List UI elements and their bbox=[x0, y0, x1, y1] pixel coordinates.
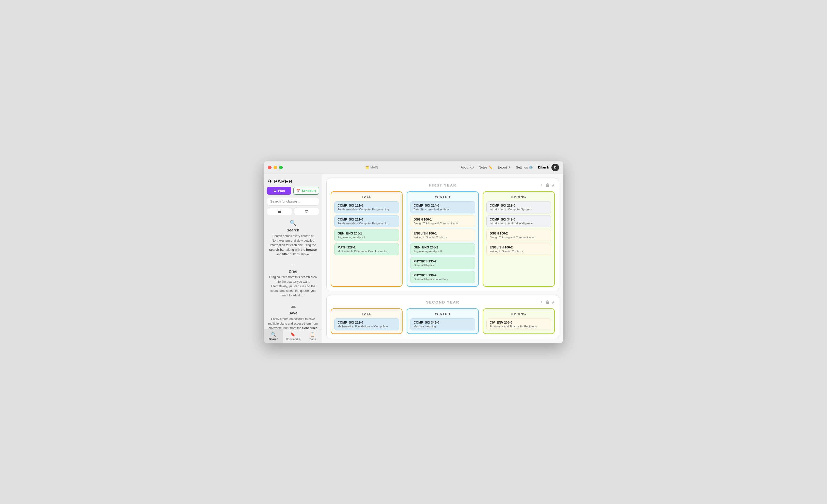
main-nav-label: 🗂️ MAIN bbox=[365, 166, 378, 169]
minimize-button[interactable] bbox=[274, 166, 277, 169]
course-cs111[interactable]: COMP_SCI 111-0 Fundamentals of Computer … bbox=[334, 201, 399, 213]
search-input[interactable] bbox=[267, 197, 319, 206]
course-phys135[interactable]: PHYSICS 135-2 General Physics bbox=[410, 257, 475, 269]
course-cs111-desc: Fundamentals of Computer Programming bbox=[338, 208, 396, 211]
browse-button[interactable]: ☰ bbox=[267, 208, 292, 215]
add-year-icon[interactable]: ＋ bbox=[539, 182, 543, 188]
course-dsgn106-1[interactable]: DSGN 106-1 Design Thinking and Communica… bbox=[410, 215, 475, 227]
second-year-title: SECOND YEAR bbox=[346, 300, 539, 304]
save-info: ☁ Save Easily create an account to save … bbox=[268, 303, 318, 329]
titlebar-right: About ⓘ Notes ✏️ Export ↗ Settings ⚙️ Di… bbox=[461, 164, 559, 171]
course-eng106-1-desc: Writing in Special Contexts bbox=[414, 236, 472, 239]
search-area bbox=[264, 197, 322, 208]
course-phys135-desc: General Physics bbox=[414, 264, 472, 267]
course-math228-desc: Multivariable Differential Calculus for … bbox=[338, 250, 396, 253]
about-button[interactable]: About ⓘ bbox=[461, 165, 474, 170]
plan-tab[interactable]: 🗂 Plan bbox=[267, 187, 291, 194]
main-label-text: MAIN bbox=[370, 166, 378, 169]
main-content: FIRST YEAR ＋ 🗑 ∧ FALL COMP_SCI 111-0 Fun… bbox=[322, 174, 563, 343]
course-cs213-desc: Introduction to Computer Systems bbox=[490, 208, 548, 211]
settings-button[interactable]: Settings ⚙️ bbox=[516, 165, 533, 169]
fall-1-title: FALL bbox=[334, 195, 399, 199]
course-cs211[interactable]: COMP_SCI 211-0 Fundamentals of Computer … bbox=[334, 215, 399, 227]
notes-button[interactable]: Notes ✏️ bbox=[479, 165, 492, 169]
course-phys135-name: PHYSICS 135-2 bbox=[414, 260, 472, 263]
add-second-year-icon[interactable]: ＋ bbox=[539, 299, 543, 305]
maximize-button[interactable] bbox=[279, 166, 283, 169]
course-cs214[interactable]: COMP_SCI 214-0 Data Structures & Algorit… bbox=[410, 201, 475, 213]
second-year-section: SECOND YEAR ＋ 🗑 ∧ FALL COMP_SCI 212-0 Ma… bbox=[326, 295, 559, 338]
titlebar: 🗂️ MAIN About ⓘ Notes ✏️ Export ↗ Settin… bbox=[264, 161, 563, 174]
drag-info-desc: Drag courses from this search area into … bbox=[268, 275, 318, 298]
course-phys136[interactable]: PHYSICS 136-2 General Physics Laboratory bbox=[410, 271, 475, 283]
schedule-tab[interactable]: 📅 Schedule bbox=[293, 187, 319, 194]
course-eng106-1-name: ENGLISH 106-1 bbox=[414, 232, 472, 235]
export-button[interactable]: Export ↗ bbox=[497, 165, 511, 169]
info-icon: ⓘ bbox=[471, 165, 474, 170]
export-label: Export bbox=[497, 165, 507, 169]
delete-second-year-icon[interactable]: 🗑 bbox=[546, 300, 550, 304]
course-eng106-2[interactable]: ENGLISH 106-2 Writing in Special Context… bbox=[486, 243, 551, 255]
course-dsgn106-1-desc: Design Thinking and Communication bbox=[414, 222, 472, 225]
titlebar-center: 🗂️ MAIN bbox=[286, 166, 458, 169]
course-phys136-name: PHYSICS 136-2 bbox=[414, 274, 472, 277]
course-gen205[interactable]: GEN_ENG 205-1 Engineering Analysis I bbox=[334, 229, 399, 241]
course-dsgn106-2-name: DSGN 106-2 bbox=[490, 232, 548, 235]
search-info-title: Search bbox=[268, 228, 318, 232]
spring-2-title: SPRING bbox=[486, 312, 551, 316]
sidebar-content: 🔍 Search Search across every course at N… bbox=[264, 217, 322, 329]
cloud-icon: ☁ bbox=[268, 303, 318, 310]
delete-year-icon[interactable]: 🗑 bbox=[546, 183, 550, 187]
bookmark-icon: 🔖 bbox=[290, 332, 295, 337]
about-label: About bbox=[461, 165, 469, 169]
course-cs211-name: COMP_SCI 211-0 bbox=[338, 218, 396, 221]
plans-label: Plans bbox=[309, 338, 316, 341]
second-year-quarters: FALL COMP_SCI 212-0 Mathematical Foundat… bbox=[331, 309, 555, 334]
course-gen205-name: GEN_ENG 205-1 bbox=[338, 232, 396, 235]
course-cs212-name: COMP_SCI 212-0 bbox=[338, 321, 396, 324]
course-cs211-desc: Fundamentals of Computer Programmin... bbox=[338, 222, 396, 225]
drag-info-title: Drag bbox=[268, 269, 318, 273]
bottom-nav-plans[interactable]: 📋 Plans bbox=[303, 329, 322, 343]
drag-icon: → bbox=[268, 262, 318, 268]
course-civenv205[interactable]: CIV_ENV 205-0 Economics and Finance for … bbox=[486, 318, 551, 330]
app-window: 🗂️ MAIN About ⓘ Notes ✏️ Export ↗ Settin… bbox=[264, 161, 563, 343]
close-button[interactable] bbox=[268, 166, 272, 169]
course-cs348[interactable]: COMP_SCI 348-0 Introduction to Artificia… bbox=[486, 215, 551, 227]
course-math228-name: MATH 228-1 bbox=[338, 246, 396, 249]
quarter-fall-1: FALL COMP_SCI 111-0 Fundamentals of Comp… bbox=[331, 191, 402, 287]
course-eng106-2-name: ENGLISH 106-2 bbox=[490, 246, 548, 249]
course-gen205-2-name: GEN_ENG 205-2 bbox=[414, 246, 472, 249]
drag-info: → Drag Drag courses from this search are… bbox=[268, 262, 318, 298]
paper-plane-icon: ✈ bbox=[268, 178, 273, 185]
course-eng106-1[interactable]: ENGLISH 106-1 Writing in Special Context… bbox=[410, 229, 475, 241]
avatar: D bbox=[551, 164, 559, 171]
search-info-desc: Search across every course at Northweste… bbox=[268, 234, 318, 257]
save-info-desc: Easily create an account to save multipl… bbox=[268, 317, 318, 329]
course-dsgn106-2-desc: Design Thinking and Communication bbox=[490, 236, 548, 239]
course-cs349[interactable]: COMP_SCI 349-0 Machine Learning bbox=[410, 318, 475, 330]
user-name: Dilan N bbox=[538, 165, 549, 169]
search-bottom-icon: 🔍 bbox=[271, 332, 276, 337]
quarter-spring-1: SPRING COMP_SCI 213-0 Introduction to Co… bbox=[483, 191, 555, 287]
list-icon: ☰ bbox=[278, 209, 281, 213]
course-math228[interactable]: MATH 228-1 Multivariable Differential Ca… bbox=[334, 243, 399, 255]
sidebar-bottom-nav: 🔍 Search 🔖 Bookmarks 📋 Plans bbox=[264, 329, 322, 343]
course-gen205-2-desc: Engineering Analysis II bbox=[414, 250, 472, 253]
collapse-second-year-icon[interactable]: ∧ bbox=[552, 300, 555, 304]
course-dsgn106-1-name: DSGN 106-1 bbox=[414, 218, 472, 221]
sidebar: ✈ PAPER 🗂 Plan 📅 Schedule ☰ bbox=[264, 174, 322, 343]
course-cs213[interactable]: COMP_SCI 213-0 Introduction to Computer … bbox=[486, 201, 551, 213]
collapse-year-icon[interactable]: ∧ bbox=[552, 183, 555, 187]
filter-button[interactable]: ▽ bbox=[294, 208, 319, 215]
course-cs111-name: COMP_SCI 111-0 bbox=[338, 204, 396, 207]
course-gen205-2[interactable]: GEN_ENG 205-2 Engineering Analysis II bbox=[410, 243, 475, 255]
course-cs213-name: COMP_SCI 213-0 bbox=[490, 204, 548, 207]
user-info[interactable]: Dilan N D bbox=[538, 164, 559, 171]
course-cs212[interactable]: COMP_SCI 212-0 Mathematical Foundations … bbox=[334, 318, 399, 330]
bottom-nav-search[interactable]: 🔍 Search bbox=[264, 329, 283, 343]
winter-2-title: WINTER bbox=[410, 312, 475, 316]
bottom-nav-bookmarks[interactable]: 🔖 Bookmarks bbox=[283, 329, 302, 343]
plans-icon: 📋 bbox=[310, 332, 315, 337]
course-dsgn106-2[interactable]: DSGN 106-2 Design Thinking and Communica… bbox=[486, 229, 551, 241]
